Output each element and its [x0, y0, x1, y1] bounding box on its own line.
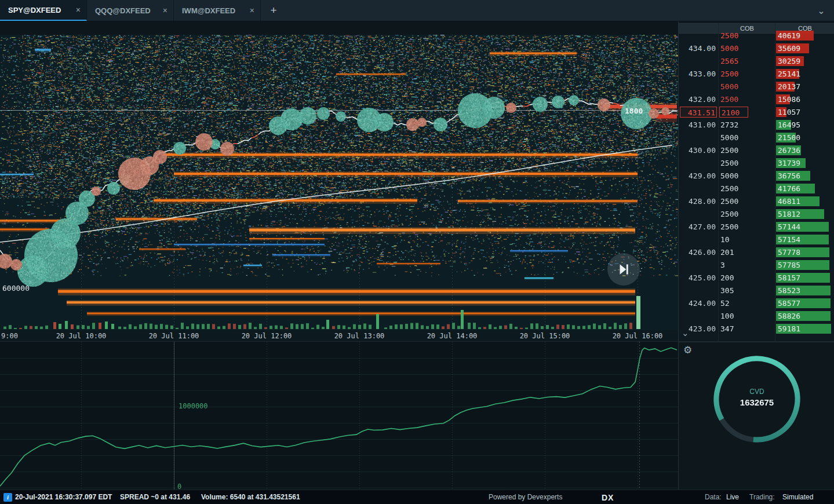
dom-row[interactable]: 434.00500035609	[679, 42, 834, 55]
cumulative-value: 46811	[778, 196, 800, 207]
tab-close-icon[interactable]: ×	[159, 6, 167, 15]
cumulative-value: 57785	[778, 260, 800, 271]
size-value: 2500	[720, 145, 738, 156]
orderbook-heatmap-chart[interactable]	[0, 35, 678, 330]
cumulative-cell: 11057	[776, 107, 834, 118]
tab-spy@dxfeed[interactable]: SPY@DXFEED×	[0, 0, 87, 21]
size-value: 2500	[720, 183, 738, 194]
tab-list-chevron-down-icon[interactable]: ⌄	[808, 0, 834, 21]
chart-divider	[0, 341, 834, 342]
status-bar: i 20-Jul-2021 16:30:37.097 EDT SPREAD ~0…	[0, 490, 834, 504]
cumulative-cell: 15086	[776, 94, 834, 105]
status-spread: SPREAD ~0 at 431.46	[120, 493, 190, 501]
cumulative-cell: 58523	[776, 285, 834, 296]
dom-row[interactable]: 500020137	[679, 81, 834, 93]
cumulative-value: 57144	[778, 221, 800, 232]
cumulative-cell: 51812	[776, 209, 834, 220]
time-axis-label: 20 Jul 15:00	[515, 332, 575, 340]
cumulative-value: 57778	[778, 247, 800, 258]
dom-row[interactable]: 357785	[679, 259, 834, 272]
tab-qqq@dxfeed[interactable]: QQQ@DXFEED×	[87, 0, 174, 21]
price-label: 430.00	[680, 145, 717, 156]
dom-row[interactable]: 428.00250046811	[679, 195, 834, 208]
dom-row[interactable]: 10058826	[679, 310, 834, 323]
dom-row[interactable]: 425.0020058157	[679, 272, 834, 284]
cumulative-value: 16495	[778, 119, 800, 130]
dom-row[interactable]: 427.00250057144	[679, 221, 834, 233]
tab-iwm@dxfeed[interactable]: IWM@DXFEED×	[174, 0, 261, 21]
dom-row[interactable]: 429.00500036756	[679, 170, 834, 182]
info-icon[interactable]: i	[3, 493, 12, 502]
dom-row[interactable]: 256530259	[679, 55, 834, 68]
gauge-panel: ⚙ CVD 1632675	[678, 342, 834, 490]
dom-row[interactable]: 30558523	[679, 284, 834, 297]
price-label	[680, 81, 717, 92]
dom-row[interactable]: 431.00273216495	[679, 119, 834, 132]
cumulative-value: 36756	[778, 170, 800, 181]
size-value: 5000	[720, 132, 738, 143]
price-label	[680, 158, 717, 169]
gauge-title: CVD	[728, 388, 786, 396]
dom-row[interactable]: 250051812	[679, 208, 834, 221]
price-label: 428.00	[680, 196, 717, 207]
price-label: 424.00	[680, 298, 717, 309]
tab-close-icon[interactable]: ×	[72, 5, 81, 14]
size-value: 5000	[720, 43, 738, 54]
dom-row[interactable]: 430.00250026736	[679, 144, 834, 157]
size-value: 2500	[720, 30, 738, 41]
cumulative-cell: 57785	[776, 260, 834, 271]
price-label: 434.00	[680, 43, 717, 54]
dom-row[interactable]: 424.005258577	[679, 297, 834, 310]
size-value: 5000	[720, 81, 738, 92]
cumulative-value: 58826	[778, 311, 800, 322]
tab-label: QQQ@DXFEED	[95, 6, 159, 15]
dom-row[interactable]: 433.00250025141	[679, 68, 834, 81]
dom-row[interactable]: 250040619	[679, 30, 834, 42]
dom-row[interactable]: 431.51210011057	[679, 106, 834, 119]
dom-row[interactable]: 432.00250015086	[679, 93, 834, 106]
size-value: 200	[720, 272, 734, 283]
collapse-panel-chevron-icon[interactable]: ⌄	[682, 328, 689, 338]
cvd-axis-million-label: 1000000	[179, 402, 208, 410]
trading-mode-value: Simulated	[782, 493, 813, 501]
cumulative-cell: 21500	[776, 132, 834, 143]
cumulative-value: 57154	[778, 234, 800, 245]
cumulative-cell: 26736	[776, 145, 834, 156]
size-value: 2500	[720, 196, 738, 207]
price-label	[680, 285, 717, 296]
tab-label: SPY@DXFEED	[8, 6, 72, 14]
add-tab-button[interactable]: +	[261, 0, 286, 21]
dom-row[interactable]: 1057154	[679, 233, 834, 246]
time-axis: 9:0020 Jul 10:0020 Jul 11:0020 Jul 12:00…	[0, 330, 678, 342]
data-mode-label: Data:	[705, 493, 722, 501]
cumulative-cell: 58157	[776, 272, 834, 283]
dom-row[interactable]: 250031739	[679, 157, 834, 170]
tab-close-icon[interactable]: ×	[246, 6, 254, 15]
powered-by-label: Powered by Devexperts	[489, 493, 562, 501]
size-value: 3	[720, 260, 725, 271]
cumulative-cell: 30259	[776, 56, 834, 67]
skip-to-end-icon	[616, 262, 631, 277]
dom-row[interactable]: 500021500	[679, 132, 834, 144]
cumulative-value: 40619	[778, 30, 800, 41]
cumulative-value: 15086	[778, 94, 800, 105]
cumulative-value: 41766	[778, 183, 800, 194]
replay-skip-button[interactable]	[607, 253, 640, 286]
cumulative-cell: 41766	[776, 183, 834, 194]
cumulative-value: 58577	[778, 298, 800, 309]
data-mode-value: Live	[726, 493, 739, 501]
cvd-chart[interactable]	[0, 342, 678, 490]
cumulative-cell: 25141	[776, 68, 834, 79]
cumulative-value: 58157	[778, 272, 800, 283]
cumulative-cell: 31739	[776, 158, 834, 169]
dom-row[interactable]: 423.0034759181	[679, 323, 834, 335]
trading-app-window: SPY@DXFEED×QQQ@DXFEED×IWM@DXFEED× + ⌄ 18…	[0, 0, 834, 504]
dom-row[interactable]: 426.0020157778	[679, 246, 834, 259]
settings-gear-icon[interactable]: ⚙	[683, 344, 692, 356]
dom-row[interactable]: 250041766	[679, 182, 834, 195]
cumulative-value: 58523	[778, 285, 800, 296]
trading-mode-label: Trading:	[749, 493, 775, 501]
cumulative-value: 21500	[778, 132, 800, 143]
cumulative-cell: 20137	[776, 81, 834, 92]
size-value: 2500	[720, 158, 738, 169]
